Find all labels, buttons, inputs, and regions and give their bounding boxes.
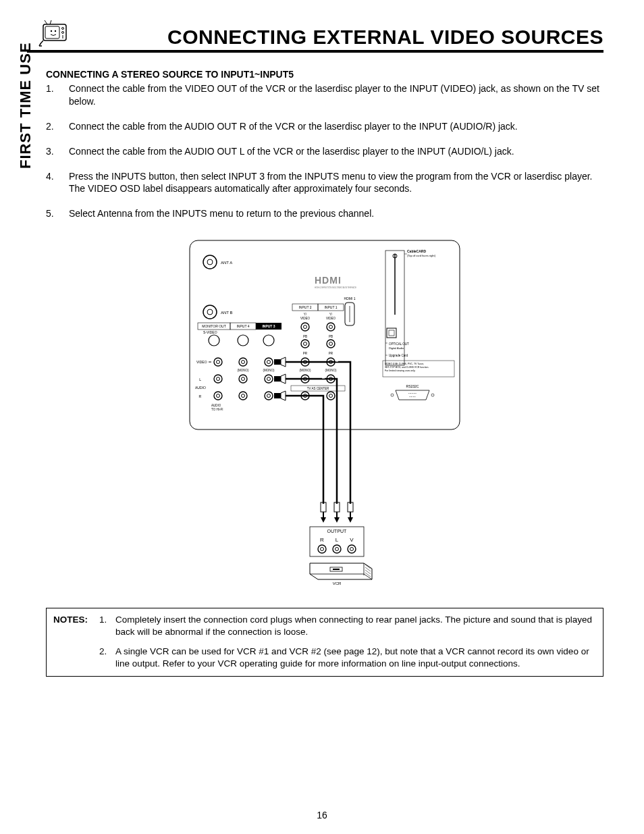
- svg-rect-113: [333, 569, 340, 570]
- section-tab: FIRST TIME USE: [17, 42, 34, 169]
- svg-point-65: [239, 392, 247, 400]
- svg-point-72: [329, 394, 333, 398]
- svg-point-107: [348, 545, 356, 553]
- svg-text:TO HI-FI: TO HI-FI: [211, 408, 223, 411]
- video-row-label: VIDEO: [196, 360, 207, 364]
- cablecard-label: CableCARD: [407, 249, 426, 253]
- step-list: Connect the cable from the VIDEO OUT of …: [46, 82, 603, 220]
- note-item: A single VCR can be used for VCR #1 and …: [99, 646, 596, 669]
- svg-point-108: [350, 548, 354, 551]
- svg-rect-73: [274, 393, 281, 398]
- svg-point-41: [265, 358, 273, 366]
- svg-point-55: [265, 375, 273, 383]
- output-label: OUTPUT: [327, 529, 348, 533]
- warning-text: VIDEO USE: D-VHS, PVC, TV Tuner,: [385, 363, 424, 365]
- svg-point-39: [239, 358, 247, 366]
- svg-text:PB: PB: [329, 335, 333, 338]
- svg-point-28: [327, 323, 335, 331]
- svg-rect-47: [274, 359, 281, 365]
- step-item: Press the INPUTS button, then select INP…: [46, 170, 603, 196]
- svg-point-106: [336, 548, 339, 551]
- svg-point-4: [62, 28, 64, 30]
- page-title: CONNECTING EXTERNAL VIDEO SOURCES: [27, 26, 603, 53]
- hdmi-sub: HIGH-DEFINITION MULTIMEDIA INTERFACE: [315, 286, 356, 289]
- svg-point-2: [51, 30, 52, 32]
- audio-label: AUDIO: [195, 386, 206, 390]
- svg-text:VIDEO: VIDEO: [326, 317, 336, 320]
- svg-text:Digital Audio: Digital Audio: [389, 346, 404, 350]
- svg-text:PR: PR: [329, 352, 333, 355]
- svg-marker-98: [334, 517, 340, 523]
- out-l-label: L: [336, 537, 339, 543]
- rs232c-label: RS232C: [406, 384, 419, 388]
- svg-point-103: [318, 545, 326, 553]
- connection-diagram: ANT A ANT B HDMI HIGH-DEFINITION MULTIME…: [46, 234, 603, 588]
- svg-marker-101: [348, 517, 353, 523]
- svg-point-33: [327, 340, 335, 348]
- notes-box: NOTES: Completely insert the connection …: [46, 608, 603, 677]
- input4-label: INPUT 4: [236, 324, 249, 328]
- svg-point-66: [242, 394, 245, 398]
- svg-point-67: [265, 392, 273, 400]
- svg-point-10: [203, 255, 217, 269]
- step-item: Select Antenna from the INPUTS menu to r…: [46, 207, 603, 220]
- step-item: Connect the cable from the VIDEO OUT of …: [46, 82, 603, 108]
- ant-a-label: ANT A: [221, 261, 232, 265]
- svg-point-11: [207, 259, 213, 265]
- yvideo1-label: Y/: [329, 313, 333, 316]
- svg-point-37: [214, 358, 222, 366]
- svg-marker-95: [321, 517, 326, 523]
- svg-rect-80: [389, 330, 394, 336]
- step-item: Connect the cable from the AUDIO OUT L o…: [46, 145, 603, 158]
- svg-text:VIDEO: VIDEO: [300, 317, 311, 320]
- svg-line-7: [45, 20, 47, 24]
- svg-point-13: [207, 309, 213, 315]
- ant-b-label: ANT B: [221, 311, 233, 315]
- svg-text:(MONO): (MONO): [263, 369, 275, 372]
- monitor-out-label: MONITOR OUT: [202, 324, 225, 328]
- svg-point-25: [263, 335, 274, 346]
- svg-rect-1: [45, 26, 59, 38]
- note-item: Completely insert the connection cord pl…: [99, 614, 596, 637]
- svg-point-105: [333, 545, 341, 553]
- svg-point-29: [329, 325, 333, 329]
- input3-label: INPUT 3: [262, 324, 275, 328]
- svg-text:For limited viewing uses only.: For limited viewing uses only.: [385, 369, 415, 372]
- svg-rect-99: [348, 502, 353, 512]
- mono-label: (MONO): [238, 369, 249, 372]
- svg-line-8: [50, 20, 51, 24]
- out-v-label: V: [350, 537, 354, 543]
- input1-label: INPUT 1: [324, 305, 337, 309]
- svg-point-5: [62, 32, 64, 34]
- svg-point-27: [304, 325, 307, 329]
- svg-point-54: [242, 377, 245, 381]
- notes-label: NOTES:: [53, 614, 99, 669]
- svg-point-104: [321, 548, 324, 551]
- svg-text:(MONO): (MONO): [325, 369, 337, 372]
- audio-row-label: L: [199, 377, 201, 382]
- pr-label: PR: [303, 352, 308, 355]
- vcr-label: VCR: [333, 581, 342, 585]
- svg-point-32: [304, 342, 307, 346]
- tv-mascot-icon: [38, 19, 72, 50]
- svg-point-31: [301, 340, 309, 348]
- tv-as-center-label: TV AS CENTER: [307, 387, 329, 390]
- svg-point-3: [55, 30, 56, 32]
- pb-label: PB: [303, 335, 307, 338]
- svg-text:• • • •: • • • •: [410, 395, 417, 398]
- svg-point-53: [239, 375, 247, 383]
- hdmi1-label: HDMI 1: [344, 296, 356, 301]
- svideo-label: S-VIDEO: [203, 330, 217, 334]
- audio-hifi-label: AUDIO: [211, 404, 221, 407]
- svg-point-63: [214, 392, 222, 400]
- svg-rect-93: [321, 502, 326, 512]
- svg-rect-61: [274, 376, 281, 382]
- hdmi-logo: HDMI: [315, 275, 342, 286]
- svg-point-24: [238, 335, 248, 346]
- svg-rect-96: [334, 502, 340, 512]
- svg-point-12: [203, 305, 217, 319]
- svg-point-71: [327, 392, 335, 400]
- svg-point-88: [431, 394, 434, 396]
- svg-text:(MONO): (MONO): [300, 369, 311, 372]
- svg-point-64: [217, 394, 220, 398]
